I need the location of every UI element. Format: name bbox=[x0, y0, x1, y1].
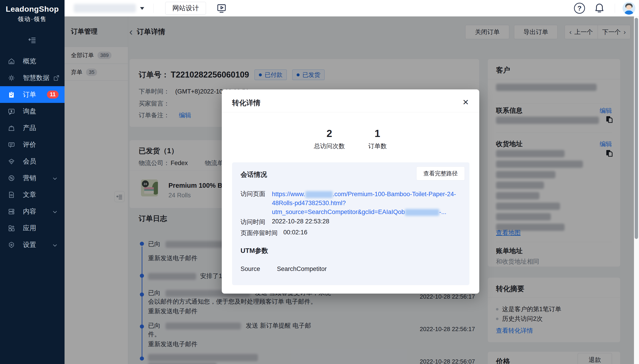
logo-subtitle: 领动·领售 bbox=[0, 15, 65, 23]
sidebar-item-label: 内容 bbox=[23, 207, 36, 216]
session-title: 会话情况 bbox=[240, 170, 267, 179]
stat-label: 订单数 bbox=[357, 142, 398, 150]
orders-count-badge: 11 bbox=[47, 90, 59, 98]
avatar-body bbox=[624, 10, 633, 15]
stat-order-count: 1 订单数 bbox=[357, 128, 398, 150]
sidebar-item-marketing[interactable]: 营销 bbox=[0, 170, 65, 186]
url-text: -... bbox=[439, 208, 447, 216]
spark-icon bbox=[8, 74, 15, 82]
utm-source-key: Source bbox=[240, 266, 260, 272]
caret-down-icon[interactable] bbox=[140, 7, 144, 10]
modal-title: 转化详情 bbox=[232, 98, 260, 108]
stat-label: 总访问次数 bbox=[309, 142, 350, 150]
sidebar-item-label: 智慧数据 bbox=[23, 74, 50, 82]
external-link-icon bbox=[53, 75, 60, 81]
sidebar-item-label: 订单 bbox=[23, 90, 36, 99]
stat-value: 2 bbox=[309, 128, 350, 139]
rows-icon bbox=[8, 208, 15, 215]
sidebar-menu: 概览 智慧数据 订单 11 询盘 产品 评价 bbox=[0, 53, 65, 253]
sidebar-item-label: 询盘 bbox=[23, 107, 36, 116]
sidebar-item-members[interactable]: 会员 bbox=[0, 153, 65, 170]
sidebar-item-articles[interactable]: 文章 bbox=[0, 186, 65, 203]
sidebar-item-label: 文章 bbox=[23, 190, 36, 200]
sidebar-item-label: 会员 bbox=[23, 157, 36, 166]
sidebar-item-smart-data[interactable]: 智慧数据 bbox=[0, 70, 65, 86]
sidebar-item-label: 设置 bbox=[23, 240, 36, 250]
app-root: 订单管理 全部订单 389 弃单 35 ‹ 订单详情 关闭订单 导出订单 ‹ 上… bbox=[0, 0, 639, 364]
home-icon bbox=[8, 58, 15, 65]
visit-page-url[interactable]: https://www..com/Premium-100-Bamboo-Toil… bbox=[272, 190, 457, 216]
stat-value: 1 bbox=[357, 128, 398, 139]
view-full-path-button[interactable]: 查看完整路径 bbox=[416, 166, 465, 180]
visit-page-label: 访问页面 bbox=[240, 190, 265, 198]
tutorial-video-icon[interactable] bbox=[216, 4, 227, 14]
sidebar: LeadongShop 领动·领售 概览 智慧数据 订单 11 询盘 bbox=[0, 0, 65, 364]
chevron-down-icon bbox=[52, 209, 58, 214]
chevron-down-icon bbox=[52, 175, 58, 181]
scrollbar-thumb[interactable] bbox=[635, 18, 638, 239]
notifications-bell-icon[interactable] bbox=[594, 3, 605, 13]
sidebar-item-orders[interactable]: 订单 11 bbox=[0, 86, 65, 103]
utm-source-value: SearchCompetitor bbox=[277, 266, 327, 272]
blurred-domain bbox=[305, 191, 333, 198]
gear-icon bbox=[8, 241, 15, 248]
divider bbox=[153, 4, 154, 13]
url-text: https://www. bbox=[272, 191, 305, 198]
sidebar-item-reviews[interactable]: 评价 bbox=[0, 136, 65, 153]
user-avatar[interactable] bbox=[622, 2, 635, 15]
avatar-face bbox=[626, 5, 632, 10]
utm-params-title: UTM参数 bbox=[240, 246, 268, 256]
logo: LeadongShop bbox=[0, 4, 65, 14]
divider bbox=[222, 112, 479, 112]
conversion-detail-modal: 转化详情 ✕ 2 总访问次数 1 订单数 会话情况 查看完整路径 访问页面 ht… bbox=[222, 90, 479, 294]
url-text: 48Rolls-pd47382530.html? bbox=[272, 199, 457, 208]
help-icon[interactable]: ? bbox=[574, 3, 585, 14]
sidebar-item-apps[interactable]: 应用 bbox=[0, 220, 65, 236]
sidebar-item-settings[interactable]: 设置 bbox=[0, 236, 65, 253]
sidebar-item-products[interactable]: 产品 bbox=[0, 120, 65, 136]
session-panel: 会话情况 查看完整路径 访问页面 https://www..com/Premiu… bbox=[232, 162, 469, 285]
sidebar-collapse-icon[interactable] bbox=[0, 36, 65, 45]
grid-plus-icon bbox=[8, 224, 15, 232]
close-icon[interactable]: ✕ bbox=[463, 98, 469, 107]
sidebar-item-label: 应用 bbox=[23, 224, 36, 233]
url-text: .com/Premium-100-Bamboo-Toilet-Paper-24- bbox=[333, 191, 456, 198]
site-design-button[interactable]: 网站设计 bbox=[165, 2, 206, 15]
stay-time-value: 00:02:16 bbox=[283, 229, 307, 236]
file-text-icon bbox=[8, 191, 15, 198]
sidebar-item-label: 评价 bbox=[23, 140, 36, 149]
clipboard-check-icon bbox=[8, 91, 15, 98]
sidebar-item-inquiries[interactable]: 询盘 bbox=[0, 103, 65, 120]
sidebar-item-overview[interactable]: 概览 bbox=[0, 53, 65, 70]
divider bbox=[615, 4, 615, 13]
diamond-icon bbox=[8, 158, 15, 165]
page-scrollbar bbox=[634, 16, 639, 364]
chat-yen-icon bbox=[8, 108, 15, 115]
visit-time-value: 2022-10-28 22:53:28 bbox=[272, 218, 329, 225]
visit-time-label: 访问时间 bbox=[240, 218, 265, 226]
blurred-gclid bbox=[405, 209, 439, 216]
top-bar: 网站设计 ? bbox=[65, 0, 639, 16]
chevron-down-icon bbox=[52, 242, 58, 248]
stay-time-label: 页面停留时间 bbox=[240, 229, 278, 237]
blurred-site-selector[interactable] bbox=[74, 4, 136, 12]
sidebar-item-label: 概览 bbox=[23, 57, 36, 66]
sidebar-item-content[interactable]: 内容 bbox=[0, 203, 65, 220]
stat-total-visits: 2 总访问次数 bbox=[309, 128, 350, 150]
sidebar-item-label: 产品 bbox=[23, 124, 36, 132]
sidebar-item-label: 营销 bbox=[23, 174, 36, 183]
badge-percent-icon bbox=[8, 174, 15, 182]
url-text: utm_source=SearchCompetitor&gclid=EAIaIQ… bbox=[272, 208, 405, 216]
comment-icon bbox=[8, 141, 15, 148]
shopping-bag-icon bbox=[8, 124, 15, 132]
